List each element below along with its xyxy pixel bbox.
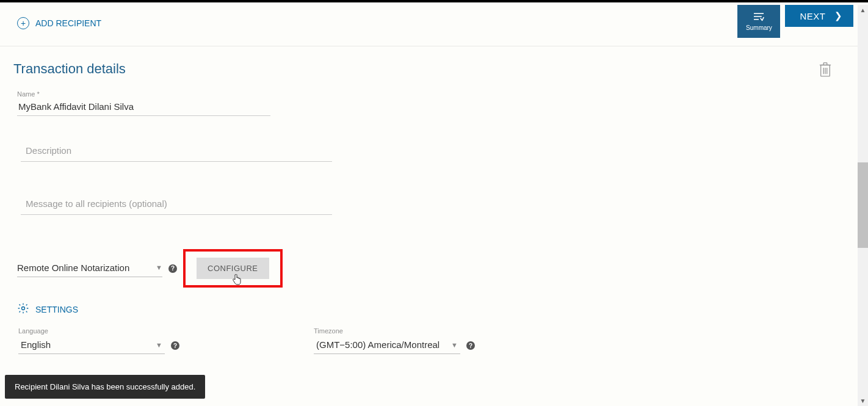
toast-message: Recipient Dilani Silva has been successf… — [15, 382, 195, 391]
chevron-right-icon: ❯ — [834, 10, 843, 21]
configure-highlight: CONFIGURE — [183, 249, 283, 288]
notarization-select[interactable]: Remote Online Notarization ▼ — [17, 260, 162, 277]
summary-button[interactable]: Summary — [737, 5, 780, 38]
gear-icon — [17, 302, 29, 316]
help-icon[interactable]: ? — [466, 341, 475, 350]
help-icon[interactable]: ? — [168, 264, 177, 273]
timezone-select[interactable]: (GMT−5:00) America/Montreal ▼ — [314, 337, 460, 354]
add-recipient-label: ADD RECIPIENT — [35, 18, 101, 28]
chevron-down-icon: ▼ — [156, 264, 162, 271]
chevron-down-icon: ▼ — [156, 341, 162, 349]
settings-columns: Language English ▼ ? Timezone (GMT−5:00)… — [18, 327, 844, 354]
help-icon[interactable]: ? — [171, 341, 179, 350]
page-title: Transaction details — [13, 61, 126, 77]
timezone-value: (GMT−5:00) America/Montreal — [316, 339, 439, 350]
plus-icon: + — [17, 17, 29, 29]
delete-button[interactable] — [819, 62, 832, 76]
scroll-thumb[interactable] — [858, 162, 868, 248]
description-field[interactable]: Description — [21, 143, 332, 162]
toast-notification: Recipient Dilani Silva has been successf… — [5, 375, 205, 399]
notarization-row: Remote Online Notarization ▼ ? CONFIGURE — [17, 249, 844, 288]
scrollbar[interactable]: ▲ ▼ — [858, 5, 868, 406]
language-select[interactable]: English ▼ — [18, 337, 165, 354]
notarization-value: Remote Online Notarization — [17, 263, 129, 273]
name-input[interactable] — [17, 99, 270, 116]
name-label: Name * — [17, 90, 270, 98]
add-recipient-button[interactable]: + ADD RECIPIENT — [17, 17, 101, 29]
timezone-column: Timezone (GMT−5:00) America/Montreal ▼ ? — [314, 327, 475, 354]
next-button[interactable]: NEXT ❯ — [785, 5, 853, 27]
svg-point-11 — [22, 307, 25, 310]
scroll-up-icon[interactable]: ▲ — [858, 5, 868, 15]
chevron-down-icon: ▼ — [451, 341, 458, 349]
language-value: English — [21, 339, 51, 350]
scroll-down-icon[interactable]: ▼ — [858, 396, 868, 406]
top-bar: + ADD RECIPIENT Summary NEXT ❯ — [0, 2, 868, 46]
configure-button[interactable]: CONFIGURE — [197, 258, 269, 279]
timezone-label: Timezone — [314, 327, 475, 335]
section-header: Transaction details — [13, 61, 844, 77]
name-field: Name * — [17, 90, 270, 116]
language-label: Language — [18, 327, 179, 335]
settings-button[interactable]: SETTINGS — [17, 302, 844, 316]
summary-icon — [753, 12, 765, 23]
settings-label: SETTINGS — [35, 305, 78, 314]
message-field[interactable]: Message to all recipients (optional) — [21, 196, 332, 215]
language-column: Language English ▼ ? — [18, 327, 179, 354]
next-label: NEXT — [800, 11, 825, 21]
summary-label: Summary — [746, 24, 772, 31]
top-buttons: Summary NEXT ❯ — [737, 5, 853, 38]
